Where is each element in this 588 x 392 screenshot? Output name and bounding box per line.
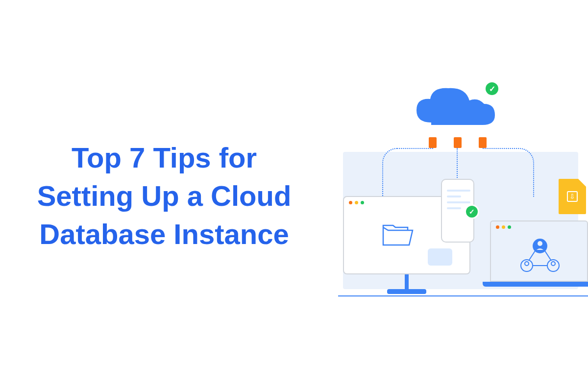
plug-icon: [429, 137, 437, 148]
page-title: Top 7 Tips for Setting Up a Cloud Databa…: [29, 139, 309, 254]
page-container: Top 7 Tips for Setting Up a Cloud Databa…: [0, 49, 588, 343]
chat-bubble-icon: [428, 248, 452, 266]
people-network-icon: [518, 236, 562, 275]
window-dot-yellow: [502, 225, 505, 229]
folder-icon: [381, 221, 415, 248]
download-arrow-icon: ⇩: [567, 191, 578, 202]
cloud-icon: [407, 83, 505, 137]
window-dot-red: [349, 201, 352, 204]
svg-point-3: [525, 262, 529, 266]
check-icon: [465, 204, 479, 219]
check-icon: [484, 81, 500, 97]
plug-icon: [454, 137, 462, 148]
plug-icon: [479, 137, 487, 148]
window-dot-green: [508, 225, 511, 229]
svg-line-7: [545, 251, 551, 261]
baseline-divider: [338, 295, 588, 296]
file-download-icon: ⇩: [559, 179, 586, 214]
smartphone-icon: [441, 179, 474, 243]
svg-point-5: [551, 262, 555, 266]
svg-line-6: [529, 251, 535, 261]
svg-point-1: [538, 241, 542, 246]
cloud-illustration: ⇩: [309, 69, 559, 323]
window-dot-red: [496, 225, 499, 229]
connection-plugs: [429, 137, 487, 148]
window-dot-yellow: [355, 201, 358, 204]
window-dot-green: [361, 201, 364, 204]
connection-line-right: [483, 148, 534, 197]
laptop-icon: [490, 220, 588, 292]
connection-line-left: [382, 148, 434, 197]
